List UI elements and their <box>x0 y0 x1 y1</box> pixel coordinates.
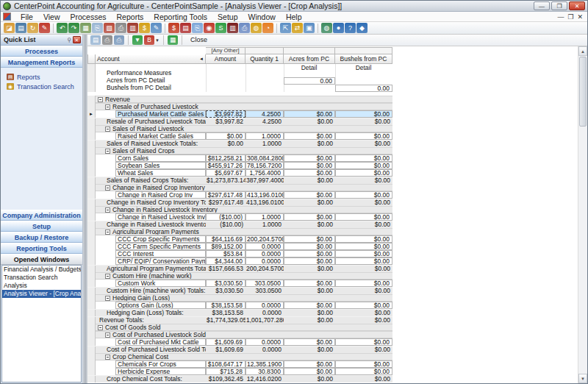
amount-cell[interactable]: $715.28 <box>206 368 245 375</box>
grid-row-change-in-raised-livestock-inventory[interactable]: Change in Raised Livestock Inventory <box>87 206 392 213</box>
acres-cell[interactable]: $0.00 <box>284 280 335 287</box>
acres-cell[interactable]: $0.00 <box>284 243 335 250</box>
grid-row-options-gain-loss[interactable]: Options Gain (Loss)$38,153.580.0000$0.00… <box>87 302 392 309</box>
dollar-icon[interactable]: $ <box>139 23 150 33</box>
edit-pencil-icon[interactable]: ✎ <box>39 23 50 33</box>
bushels-cell[interactable]: $0.00 <box>335 243 392 250</box>
acres-cell[interactable]: $0.00 <box>284 213 335 221</box>
grid-row-cost-of-goods-sold[interactable]: Cost Of Goods Sold <box>87 324 392 331</box>
quantity-cell[interactable]: 30.8300 <box>245 368 284 375</box>
viewer-close-button[interactable]: Close <box>186 35 212 46</box>
account-cell[interactable]: CCC Farm Specific Payments <box>96 243 206 250</box>
account-cell[interactable]: Change in Raised Crop Inv <box>96 191 206 199</box>
bushels-cell[interactable]: $0.00 <box>335 338 392 346</box>
help-icon[interactable]: ? <box>345 23 356 33</box>
mdi-restore-button[interactable]: ❐ <box>567 13 573 21</box>
bushels-cell[interactable]: $0.00 <box>335 360 392 368</box>
grid-row-change-in-raised-crop-inventory[interactable]: Change in Raised Crop Inventory <box>87 184 392 191</box>
red-book-icon[interactable]: ▤ <box>180 23 191 33</box>
globe-icon[interactable]: ● <box>333 23 344 33</box>
amount-cell[interactable]: $53.84 <box>206 250 245 257</box>
column-header-account[interactable]: Account◄ <box>96 54 206 64</box>
print-icon[interactable]: ⎙ <box>102 35 112 45</box>
grid-row-sales-of-raised-livestock[interactable]: Sales of Raised Livestock <box>87 125 392 132</box>
quantity-cell[interactable]: 1.0000 <box>245 132 284 140</box>
amount-cell[interactable]: $1,609.69 <box>206 338 245 346</box>
sidebar-item-reports[interactable]: ▤Reports <box>7 72 82 82</box>
amount-cell[interactable]: $3,997.82 <box>206 110 245 118</box>
amount-cell[interactable]: $4,344.00 <box>206 257 245 265</box>
cash-icon[interactable]: S <box>215 23 226 33</box>
acres-cell[interactable]: $0.00 <box>284 110 335 118</box>
account-cell[interactable]: Chemicals For Crops <box>96 360 206 368</box>
sidebar-section-company-administration[interactable]: Company Administration <box>1 210 82 221</box>
undo-icon[interactable]: ↶ <box>57 23 68 33</box>
opened-window-transaction-search[interactable]: Transaction Search <box>2 274 81 282</box>
group-band[interactable]: Hedging Gain (Loss) <box>96 294 392 302</box>
account-cell[interactable]: Wheat Sales <box>96 169 206 177</box>
grid-row-ccc-interest[interactable]: CCC Interest$53.840.0000$0.00$0.00 <box>87 250 392 257</box>
amount-cell[interactable]: $5,697.67 <box>206 169 245 177</box>
alarm-clock-icon[interactable]: ◔ <box>262 23 273 33</box>
account-cell[interactable]: Soybean Sales <box>96 162 206 169</box>
bushels-cell[interactable]: $0.00 <box>335 302 392 309</box>
sidebar-section-setup[interactable]: Setup <box>1 221 82 232</box>
calculator-icon[interactable]: ▦ <box>80 23 91 33</box>
grid-row-ccc-crop-specific-payments[interactable]: CCC Crop Specific Payments$64,116.69200,… <box>87 235 392 243</box>
group-band[interactable]: Cost Of Goods Sold <box>96 324 392 331</box>
account-cell[interactable]: Purchased Market Cattle Sales <box>96 110 206 118</box>
account-cell[interactable]: Custom Work <box>96 280 206 287</box>
account-cell[interactable]: Cost of Purchased Mkt Cattle <box>96 338 206 346</box>
open-folder-icon[interactable]: ◪ <box>4 23 15 33</box>
collapse-box-icon[interactable] <box>105 333 110 338</box>
image-window-icon[interactable]: ▣ <box>304 23 315 33</box>
grid-row-sales-of-raised-crops[interactable]: Sales of Raised Crops <box>87 147 392 154</box>
quantity-cell[interactable]: 4.2500 <box>245 110 284 118</box>
bushels-cell[interactable]: $0.00 <box>335 191 392 199</box>
account-cell[interactable]: Options Gain (Loss) <box>96 302 206 309</box>
printer-icon[interactable]: ⎙ <box>115 23 126 33</box>
bushels-cell[interactable]: $0.00 <box>335 213 392 221</box>
group-band[interactable]: Crop Chemical Cost <box>96 353 392 360</box>
minimize-button[interactable]: — <box>534 1 550 10</box>
column-header-bushels[interactable]: Bushels from PC Detail <box>335 54 392 64</box>
scroll-down-icon[interactable]: ▼ <box>578 374 587 383</box>
bushels-cell[interactable]: $0.00 <box>335 169 392 177</box>
acres-cell[interactable]: $0.00 <box>284 257 335 265</box>
opened-window-analysis[interactable]: Analysis <box>2 282 81 290</box>
quantity-cell[interactable]: 1.0000 <box>245 213 284 221</box>
menu-reporting-tools[interactable]: Reporting Tools <box>148 12 212 22</box>
grid-row-revenue[interactable]: Revenue <box>87 96 392 103</box>
acres-cell[interactable]: $0.00 <box>284 368 335 375</box>
collapse-box-icon[interactable] <box>98 325 103 330</box>
close-button[interactable]: ✕ <box>569 1 585 10</box>
collapse-box-icon[interactable] <box>105 230 110 235</box>
filter-funnel-icon[interactable]: ▼ <box>132 35 143 45</box>
collapse-box-icon[interactable] <box>105 207 110 213</box>
bushels-cell[interactable]: $0.00 <box>335 280 392 287</box>
menu-help[interactable]: Help <box>281 12 307 22</box>
grid-row-wheat-sales[interactable]: Wheat Sales$5,697.671,756.4000$0.00$0.00 <box>87 169 392 177</box>
grid-row-crop-chemical-cost[interactable]: Crop Chemical Cost <box>87 353 392 360</box>
redo-icon[interactable]: ↷ <box>68 23 79 33</box>
band-header-any-other[interactable]: [Any Other] <box>206 47 245 54</box>
collapse-box-icon[interactable] <box>105 127 110 132</box>
bushels-cell[interactable]: $0.00 <box>335 368 392 375</box>
acres-cell[interactable]: $0.00 <box>284 338 335 346</box>
search-money-icon[interactable]: ◉ <box>204 23 215 33</box>
group-band[interactable]: Agricultural Program Payments <box>96 228 392 235</box>
grid-row-soybean-sales[interactable]: Soybean Sales$455,917.2678,156.7200$0.00… <box>87 162 392 169</box>
group-band[interactable]: Revenue <box>96 96 392 103</box>
account-cell[interactable]: CCC Crop Specific Payments <box>96 235 206 243</box>
amount-cell[interactable]: $64,116.69 <box>206 235 245 243</box>
account-cell[interactable]: CRP/ EQIP/ Conservation Paymen <box>96 257 206 265</box>
acres-cell[interactable]: $0.00 <box>284 162 335 169</box>
dropdown-arrow-icon[interactable]: ▼ <box>155 38 159 43</box>
bushels-cell[interactable]: $0.00 <box>335 154 392 162</box>
mdi-minimize-button[interactable]: — <box>557 13 564 21</box>
menu-file[interactable]: File <box>15 12 38 22</box>
grid-row-crp-eqip-conservation-paymen[interactable]: CRP/ EQIP/ Conservation Paymen$4,344.000… <box>87 257 392 265</box>
documents-icon[interactable]: ⎘ <box>192 23 203 33</box>
group-band[interactable]: Resale of Purchased Livestock <box>96 103 392 110</box>
account-cell[interactable]: Corn Sales <box>96 154 206 162</box>
